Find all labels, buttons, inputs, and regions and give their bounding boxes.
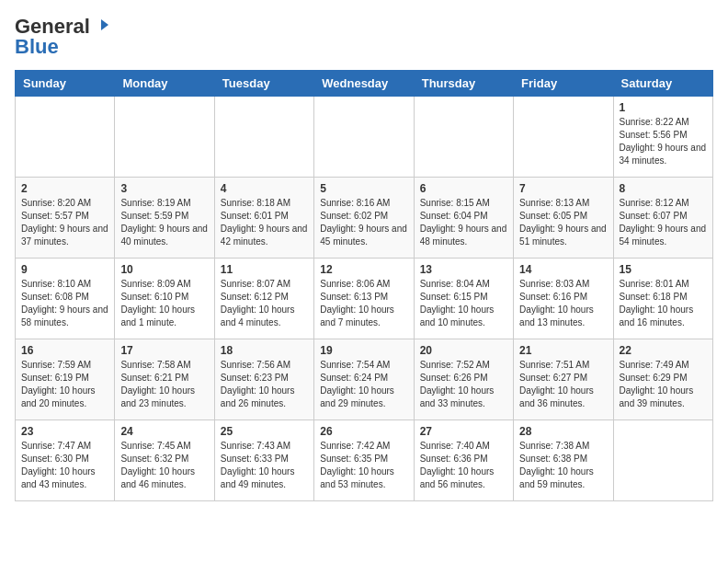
calendar-week-5: 23Sunrise: 7:47 AM Sunset: 6:30 PM Dayli… xyxy=(16,420,713,501)
calendar-cell: 4Sunrise: 8:18 AM Sunset: 6:01 PM Daylig… xyxy=(214,178,313,259)
day-number: 14 xyxy=(519,263,607,276)
day-info: Sunrise: 7:49 AM Sunset: 6:29 PM Dayligh… xyxy=(620,359,707,410)
calendar-cell: 17Sunrise: 7:58 AM Sunset: 6:21 PM Dayli… xyxy=(115,339,214,420)
calendar-body: 1Sunrise: 8:22 AM Sunset: 5:56 PM Daylig… xyxy=(16,97,713,501)
day-number: 23 xyxy=(21,425,108,438)
calendar-cell: 14Sunrise: 8:03 AM Sunset: 6:16 PM Dayli… xyxy=(514,259,613,339)
day-info: Sunrise: 7:51 AM Sunset: 6:27 PM Dayligh… xyxy=(519,359,607,410)
calendar-cell: 28Sunrise: 7:38 AM Sunset: 6:38 PM Dayli… xyxy=(514,420,613,501)
calendar-cell: 15Sunrise: 8:01 AM Sunset: 6:18 PM Dayli… xyxy=(613,259,712,339)
calendar-cell: 2Sunrise: 8:20 AM Sunset: 5:57 PM Daylig… xyxy=(16,178,115,259)
calendar-cell: 22Sunrise: 7:49 AM Sunset: 6:29 PM Dayli… xyxy=(613,339,712,420)
day-info: Sunrise: 8:16 AM Sunset: 6:02 PM Dayligh… xyxy=(320,197,407,248)
day-number: 20 xyxy=(420,344,507,357)
calendar-cell: 6Sunrise: 8:15 AM Sunset: 6:04 PM Daylig… xyxy=(414,178,513,259)
day-info: Sunrise: 8:07 AM Sunset: 6:12 PM Dayligh… xyxy=(221,278,308,329)
day-info: Sunrise: 8:18 AM Sunset: 6:01 PM Dayligh… xyxy=(221,197,308,248)
calendar-week-2: 2Sunrise: 8:20 AM Sunset: 5:57 PM Daylig… xyxy=(16,178,713,259)
calendar-cell: 5Sunrise: 8:16 AM Sunset: 6:02 PM Daylig… xyxy=(314,178,414,259)
day-info: Sunrise: 7:43 AM Sunset: 6:33 PM Dayligh… xyxy=(221,440,308,491)
day-info: Sunrise: 7:42 AM Sunset: 6:35 PM Dayligh… xyxy=(320,440,407,491)
calendar-header-saturday: Saturday xyxy=(613,71,712,97)
day-info: Sunrise: 7:45 AM Sunset: 6:32 PM Dayligh… xyxy=(120,440,208,491)
page-header: General Blue xyxy=(15,15,713,59)
calendar-cell: 13Sunrise: 8:04 AM Sunset: 6:15 PM Dayli… xyxy=(414,259,513,339)
calendar-cell: 23Sunrise: 7:47 AM Sunset: 6:30 PM Dayli… xyxy=(16,420,115,501)
day-number: 15 xyxy=(620,263,707,276)
calendar-cell: 20Sunrise: 7:52 AM Sunset: 6:26 PM Dayli… xyxy=(414,339,513,420)
day-info: Sunrise: 8:19 AM Sunset: 5:59 PM Dayligh… xyxy=(120,197,208,248)
logo: General Blue xyxy=(15,15,110,59)
calendar-header-thursday: Thursday xyxy=(414,71,513,97)
day-number: 13 xyxy=(420,263,507,276)
day-number: 1 xyxy=(620,101,707,114)
calendar-cell xyxy=(414,97,513,178)
calendar-cell: 11Sunrise: 8:07 AM Sunset: 6:12 PM Dayli… xyxy=(214,259,313,339)
day-number: 3 xyxy=(120,182,208,195)
day-info: Sunrise: 7:54 AM Sunset: 6:24 PM Dayligh… xyxy=(320,359,407,410)
calendar-cell: 21Sunrise: 7:51 AM Sunset: 6:27 PM Dayli… xyxy=(514,339,613,420)
day-number: 12 xyxy=(320,263,407,276)
calendar-cell: 27Sunrise: 7:40 AM Sunset: 6:36 PM Dayli… xyxy=(414,420,513,501)
calendar-cell: 16Sunrise: 7:59 AM Sunset: 6:19 PM Dayli… xyxy=(16,339,115,420)
calendar-cell xyxy=(514,97,613,178)
calendar-cell: 24Sunrise: 7:45 AM Sunset: 6:32 PM Dayli… xyxy=(115,420,214,501)
day-number: 6 xyxy=(420,182,507,195)
day-info: Sunrise: 8:22 AM Sunset: 5:56 PM Dayligh… xyxy=(620,116,707,167)
calendar-cell: 3Sunrise: 8:19 AM Sunset: 5:59 PM Daylig… xyxy=(115,178,214,259)
day-info: Sunrise: 7:58 AM Sunset: 6:21 PM Dayligh… xyxy=(120,359,208,410)
svg-marker-0 xyxy=(101,19,108,30)
day-number: 7 xyxy=(519,182,607,195)
calendar-header-row: SundayMondayTuesdayWednesdayThursdayFrid… xyxy=(16,71,713,97)
day-info: Sunrise: 8:03 AM Sunset: 6:16 PM Dayligh… xyxy=(519,278,607,329)
day-info: Sunrise: 8:10 AM Sunset: 6:08 PM Dayligh… xyxy=(21,278,108,329)
calendar-cell: 1Sunrise: 8:22 AM Sunset: 5:56 PM Daylig… xyxy=(613,97,712,178)
day-number: 5 xyxy=(320,182,407,195)
day-info: Sunrise: 7:47 AM Sunset: 6:30 PM Dayligh… xyxy=(21,440,108,491)
day-info: Sunrise: 8:13 AM Sunset: 6:05 PM Dayligh… xyxy=(519,197,607,248)
day-number: 28 xyxy=(519,425,607,438)
day-info: Sunrise: 8:09 AM Sunset: 6:10 PM Dayligh… xyxy=(120,278,208,329)
calendar-cell: 25Sunrise: 7:43 AM Sunset: 6:33 PM Dayli… xyxy=(214,420,313,501)
day-number: 8 xyxy=(620,182,707,195)
day-number: 24 xyxy=(120,425,208,438)
day-number: 22 xyxy=(620,344,707,357)
day-number: 9 xyxy=(21,263,108,276)
day-number: 17 xyxy=(120,344,208,357)
calendar-cell: 19Sunrise: 7:54 AM Sunset: 6:24 PM Dayli… xyxy=(314,339,414,420)
calendar-cell: 18Sunrise: 7:56 AM Sunset: 6:23 PM Dayli… xyxy=(214,339,313,420)
calendar-header-tuesday: Tuesday xyxy=(214,71,313,97)
calendar-header-monday: Monday xyxy=(115,71,214,97)
day-info: Sunrise: 8:20 AM Sunset: 5:57 PM Dayligh… xyxy=(21,197,108,248)
day-number: 21 xyxy=(519,344,607,357)
day-number: 19 xyxy=(320,344,407,357)
calendar-cell: 10Sunrise: 8:09 AM Sunset: 6:10 PM Dayli… xyxy=(115,259,214,339)
day-number: 10 xyxy=(120,263,208,276)
day-number: 27 xyxy=(420,425,507,438)
calendar-cell: 8Sunrise: 8:12 AM Sunset: 6:07 PM Daylig… xyxy=(613,178,712,259)
day-info: Sunrise: 8:01 AM Sunset: 6:18 PM Dayligh… xyxy=(620,278,707,329)
day-number: 25 xyxy=(221,425,308,438)
day-info: Sunrise: 7:38 AM Sunset: 6:38 PM Dayligh… xyxy=(519,440,607,491)
calendar-cell: 7Sunrise: 8:13 AM Sunset: 6:05 PM Daylig… xyxy=(514,178,613,259)
calendar-cell xyxy=(16,97,115,178)
calendar-cell xyxy=(613,420,712,501)
day-number: 2 xyxy=(21,182,108,195)
day-info: Sunrise: 8:06 AM Sunset: 6:13 PM Dayligh… xyxy=(320,278,407,329)
day-info: Sunrise: 7:52 AM Sunset: 6:26 PM Dayligh… xyxy=(420,359,507,410)
day-info: Sunrise: 8:04 AM Sunset: 6:15 PM Dayligh… xyxy=(420,278,507,329)
calendar-cell: 26Sunrise: 7:42 AM Sunset: 6:35 PM Dayli… xyxy=(314,420,414,501)
day-info: Sunrise: 7:59 AM Sunset: 6:19 PM Dayligh… xyxy=(21,359,108,410)
calendar-cell xyxy=(314,97,414,178)
day-info: Sunrise: 7:40 AM Sunset: 6:36 PM Dayligh… xyxy=(420,440,507,491)
calendar-cell: 12Sunrise: 8:06 AM Sunset: 6:13 PM Dayli… xyxy=(314,259,414,339)
calendar-cell xyxy=(214,97,313,178)
calendar-week-4: 16Sunrise: 7:59 AM Sunset: 6:19 PM Dayli… xyxy=(16,339,713,420)
day-number: 16 xyxy=(21,344,108,357)
calendar-cell: 9Sunrise: 8:10 AM Sunset: 6:08 PM Daylig… xyxy=(16,259,115,339)
day-number: 4 xyxy=(221,182,308,195)
calendar-header-wednesday: Wednesday xyxy=(314,71,414,97)
day-info: Sunrise: 8:15 AM Sunset: 6:04 PM Dayligh… xyxy=(420,197,507,248)
logo-flag-icon xyxy=(92,17,110,36)
calendar-week-1: 1Sunrise: 8:22 AM Sunset: 5:56 PM Daylig… xyxy=(16,97,713,178)
